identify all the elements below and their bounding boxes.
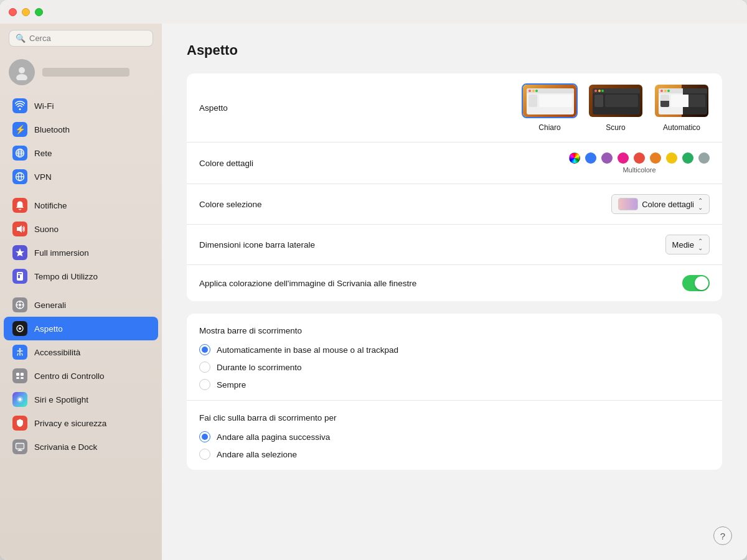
sidebar-item-privacy[interactable]: Privacy e sicurezza xyxy=(4,411,158,435)
aspetto-row-label: Aspetto xyxy=(199,103,522,113)
main-window: 🔍 xyxy=(0,0,747,560)
sidebar-item-generali[interactable]: Generali xyxy=(4,293,158,317)
bluetooth-label: Bluetooth xyxy=(34,125,70,134)
aspetto-label: Aspetto xyxy=(34,324,63,334)
zoom-button[interactable] xyxy=(35,8,43,16)
radio-auto-circle xyxy=(199,344,210,355)
notifiche-icon xyxy=(12,198,27,213)
search-box[interactable]: 🔍 xyxy=(9,30,153,47)
swatch-blue[interactable] xyxy=(585,152,596,164)
radio-selezione-circle xyxy=(199,449,210,460)
mostra-barre-auto-label: Automaticamente in base al mouse o al tr… xyxy=(217,345,398,355)
sidebar-item-aspetto[interactable]: Aspetto xyxy=(4,317,158,340)
fai-clic-title: Fai clic sulla barra di scorrimento per xyxy=(199,413,710,422)
scrivania-label: Scrivania e Dock xyxy=(34,442,97,452)
swatch-purple[interactable] xyxy=(601,152,613,164)
avatar xyxy=(9,59,35,85)
chevron-updown-icon: ⌃⌄ xyxy=(698,238,703,251)
close-button[interactable] xyxy=(9,8,17,16)
appearance-automatico[interactable]: Automatico xyxy=(654,83,710,132)
swatch-gray[interactable] xyxy=(698,152,710,164)
sidebar-item-notifiche[interactable]: Notifiche xyxy=(4,194,158,217)
sidebar: 🔍 xyxy=(0,24,162,560)
auto-thumb xyxy=(654,83,710,118)
tempo-icon xyxy=(12,269,27,284)
mostra-barre-durante[interactable]: Durante lo scorrimento xyxy=(199,362,710,373)
minimize-button[interactable] xyxy=(22,8,30,16)
sidebar-item-tempo[interactable]: Tempo di Utilizzo xyxy=(4,264,158,288)
help-button[interactable]: ? xyxy=(713,526,732,545)
appearance-scuro[interactable]: Scuro xyxy=(588,83,644,132)
sidebar-item-rete[interactable]: Rete xyxy=(4,141,158,165)
mostra-barre-section: Mostra barre di scorrimento Automaticame… xyxy=(187,314,722,400)
svg-rect-12 xyxy=(18,273,22,274)
svg-point-22 xyxy=(19,348,21,350)
svg-point-15 xyxy=(19,304,21,306)
generali-label: Generali xyxy=(34,301,66,310)
dimensioni-icone-label: Dimensioni icone barra laterale xyxy=(199,240,665,250)
privacy-label: Privacy e sicurezza xyxy=(34,419,106,428)
swatch-orange[interactable] xyxy=(650,152,661,164)
wifi-icon xyxy=(12,98,27,113)
auto-label: Automatico xyxy=(663,123,700,132)
scroll-card: Mostra barre di scorrimento Automaticame… xyxy=(187,314,722,470)
svg-point-21 xyxy=(19,327,21,330)
fullimmersion-icon xyxy=(12,245,27,260)
siri-label: Siri e Spotlight xyxy=(34,395,88,404)
dimensioni-icone-row: Dimensioni icone barra laterale Medie ⌃⌄ xyxy=(187,225,722,265)
sidebar-item-scrivania[interactable]: Scrivania e Dock xyxy=(4,435,158,459)
suono-label: Suono xyxy=(34,225,59,234)
fullimmersion-label: Full immersion xyxy=(34,248,89,258)
aspetto-icon xyxy=(12,321,27,336)
search-icon: 🔍 xyxy=(16,34,26,43)
swatch-green[interactable] xyxy=(682,152,693,164)
sidebar-item-fullimmersion[interactable]: Full immersion xyxy=(4,241,158,264)
radio-pagina-circle xyxy=(199,431,210,442)
search-input[interactable] xyxy=(29,34,146,43)
swatch-pink[interactable] xyxy=(618,152,629,164)
accessibilita-icon xyxy=(12,345,27,360)
accessibilita-label: Accessibilità xyxy=(34,348,80,357)
mostra-barre-sempre[interactable]: Sempre xyxy=(199,379,710,390)
mostra-barre-durante-label: Durante lo scorrimento xyxy=(217,363,302,372)
swatch-yellow[interactable] xyxy=(666,152,677,164)
applica-colorazione-row: Applica colorazione dell'immagine di Scr… xyxy=(187,265,722,301)
colore-dettagli-label: Colore dettagli xyxy=(199,159,569,168)
sidebar-item-bluetooth[interactable]: ⚡ Bluetooth xyxy=(4,118,158,141)
colore-selezione-row: Colore selezione Colore dettagli ⌃⌄ xyxy=(187,184,722,225)
applica-colorazione-toggle[interactable] xyxy=(682,275,710,291)
mostra-barre-auto[interactable]: Automaticamente in base al mouse o al tr… xyxy=(199,344,710,355)
fai-clic-selezione[interactable]: Andare alla selezione xyxy=(199,449,710,460)
sidebar-item-centro[interactable]: Centro di Controllo xyxy=(4,364,158,388)
svg-rect-26 xyxy=(21,377,24,379)
colore-selezione-dropdown[interactable]: Colore dettagli ⌃⌄ xyxy=(611,194,710,214)
page-title: Aspetto xyxy=(187,42,722,58)
swatch-red[interactable] xyxy=(634,152,645,164)
sidebar-item-accessibilita[interactable]: Accessibilità xyxy=(4,340,158,364)
aspetto-row: Aspetto xyxy=(187,73,722,142)
svg-rect-28 xyxy=(16,444,24,449)
sidebar-item-suono[interactable]: Suono xyxy=(4,217,158,241)
svg-rect-23 xyxy=(16,373,19,376)
sidebar-item-vpn[interactable]: VPN xyxy=(4,165,158,189)
dimensioni-icone-control: Medie ⌃⌄ xyxy=(665,235,710,254)
fai-clic-options: Andare alla pagina successiva Andare all… xyxy=(199,431,710,460)
generali-icon xyxy=(12,297,27,312)
appearance-chiaro[interactable]: Chiaro xyxy=(522,83,578,132)
fai-clic-pagina[interactable]: Andare alla pagina successiva xyxy=(199,431,710,442)
dimensioni-dropdown[interactable]: Medie ⌃⌄ xyxy=(665,235,710,254)
fai-clic-selezione-label: Andare alla selezione xyxy=(217,450,297,459)
swatch-multicolor[interactable] xyxy=(569,152,580,164)
user-section[interactable] xyxy=(0,55,162,94)
colore-selezione-value: Colore dettagli xyxy=(642,200,694,209)
svg-rect-13 xyxy=(18,275,20,278)
radio-pagina-dot xyxy=(202,434,208,440)
svg-rect-24 xyxy=(21,373,24,376)
vpn-icon xyxy=(12,169,27,184)
main-content: Aspetto Aspetto xyxy=(162,24,747,560)
sidebar-item-siri[interactable]: Siri e Spotlight xyxy=(4,388,158,411)
fai-clic-pagina-label: Andare alla pagina successiva xyxy=(217,432,330,442)
color-sel-preview xyxy=(618,198,638,210)
sidebar-item-wifi[interactable]: Wi-Fi xyxy=(4,94,158,118)
svg-point-0 xyxy=(19,67,25,73)
